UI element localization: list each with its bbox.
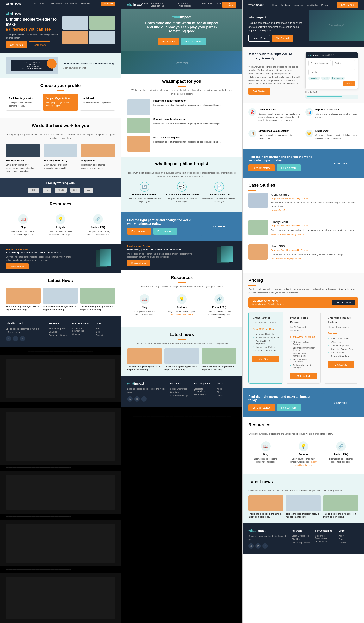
site2-nav-recipient[interactable]: For Recipient Organisations [151, 2, 175, 7]
site2-nav-home[interactable]: Home [142, 2, 148, 7]
footer-social: 𝕏 in f [6, 336, 45, 341]
site3-footer-link-contact[interactable]: Contact [339, 541, 358, 544]
site3-social-linkedin[interactable]: in [255, 543, 261, 549]
site3-cta-btn1[interactable]: Let's get started [248, 164, 275, 171]
footer-link-blog[interactable]: Blog [96, 331, 115, 333]
site3-social-twitter[interactable]: 𝕏 [248, 543, 254, 549]
gp-feature-3: Grant Making & Reporting [253, 340, 279, 345]
site2-footer-link-grantmakers[interactable]: Grantmakers [193, 393, 213, 396]
footer-link-se[interactable]: Social Enterprises [49, 327, 68, 330]
site3-footer-link-charities[interactable]: Charities [292, 538, 311, 540]
site2-footer-link-about[interactable]: About [217, 388, 236, 390]
site3-hero-btn1[interactable]: Learn More [248, 35, 270, 42]
footer-link-charities[interactable]: Charities [49, 331, 68, 333]
nav-link-about[interactable]: About [40, 2, 46, 5]
for-you-desc-1: Lorem ipsum dolor sit amet consectetur a… [153, 104, 220, 107]
mockup-input-location[interactable] [308, 69, 355, 75]
reporting-title: Reporting made easy [315, 108, 358, 111]
site2-social-twitter[interactable]: 𝕏 [127, 396, 133, 401]
footer-link-contact[interactable]: Contact [96, 334, 115, 336]
site2-nav: whatimpact Home For Recipient Organisati… [121, 0, 242, 9]
site1-nav-cta[interactable]: Get Started [101, 1, 115, 6]
site2-nav-contact[interactable]: Contact [215, 2, 222, 7]
footer-link-grantmakers[interactable]: Grantmakers [72, 333, 92, 335]
profile-card-recipient[interactable]: Recipient Organisation A company or orga… [6, 94, 41, 111]
site3-resources-title: Resources [248, 422, 358, 427]
site2-hero-btn2[interactable]: Find Out More [181, 38, 206, 45]
site2-footer-link-community[interactable]: Community Groups [170, 394, 190, 397]
site3-resources-divider [248, 430, 256, 430]
resources-title: Resources [6, 201, 115, 206]
social-twitter[interactable]: 𝕏 [6, 336, 11, 341]
grant-partner-btn[interactable]: Get Started [253, 356, 279, 362]
mockup-input-sector[interactable] [332, 60, 355, 66]
social-linkedin[interactable]: in [13, 336, 18, 341]
hard-work-features: The Right Match Lorem ipsum dolor sit am… [6, 144, 115, 173]
footer-link-about[interactable]: About [96, 327, 115, 330]
site1-hero-btn2[interactable]: Learn More [29, 42, 50, 48]
site2-nav-cta[interactable]: Get Started [222, 1, 236, 8]
site2-social-facebook[interactable]: f [141, 396, 147, 401]
site2-footer-link-blog[interactable]: Blog [217, 391, 236, 393]
nav-link-resources[interactable]: Resources [80, 2, 90, 5]
site3-nav-home[interactable]: Home [272, 4, 278, 6]
site2-footer-link-foundations[interactable]: Corporate Foundations [193, 388, 213, 392]
site1-hero-btn1[interactable]: Get Started [6, 42, 27, 48]
site2-footer-link-charities[interactable]: Charities [170, 391, 190, 393]
impact-partner-btn[interactable]: Get Started [290, 373, 317, 379]
cta-bottom-btn2[interactable]: Find out more [277, 404, 301, 411]
site2-nav-philanthropist[interactable]: For Impact Philanthropist [177, 2, 199, 7]
site3-hero-btn2[interactable]: Get Started [272, 35, 293, 42]
site3-nav-pricing[interactable]: Pricing [321, 4, 328, 6]
values-circle: ● [47, 59, 57, 68]
site1-resources: Resources 📖 Blog Lorem ipsum dolor sit a… [0, 197, 121, 244]
site3-news-title: Latest news [248, 479, 358, 484]
site2-footer-link-se[interactable]: Social Enterprises [170, 388, 190, 390]
site3-nav-solutions[interactable]: Solutions [281, 4, 290, 6]
site2-cta-btn1[interactable]: Find out more [127, 228, 151, 235]
footer-link-foundations[interactable]: Corporate Foundations [72, 327, 92, 332]
site3-nav-resources[interactable]: Resources [293, 4, 303, 6]
feature-right-match: 🎯 The right match Our smart algorithms a… [248, 108, 301, 122]
comms-icon: 💬 [177, 182, 187, 192]
for-you-title-2: Support through volunteering [153, 118, 220, 120]
site3-footer-link-community[interactable]: Community Groups [292, 541, 311, 544]
site2-hero-btn1[interactable]: Get Started [158, 38, 179, 45]
mockup-subtitle: My Mind 2022 [321, 54, 334, 56]
site3-footer-link-blog[interactable]: Blog [339, 538, 358, 540]
site3-footer-link-about[interactable]: About [339, 535, 358, 537]
cta-bottom-btn1[interactable]: Let's get started [248, 404, 275, 411]
site3-nav-cta[interactable]: Get Started [337, 1, 358, 8]
nav-link-recipients[interactable]: For Recipients [49, 2, 62, 5]
site2-hero-img-label: [hero image] [176, 61, 188, 64]
profile-card-support[interactable]: Support Organisation A company or organi… [43, 94, 78, 111]
site2-footer-link-contact[interactable]: Contact [217, 394, 236, 397]
site2-social-linkedin[interactable]: in [134, 396, 140, 401]
nav-link-home[interactable]: Home [32, 2, 37, 5]
site3-footer-link-se[interactable]: Social Enterprises [292, 535, 311, 537]
book-label: Enabling Impact Creation: [6, 248, 72, 251]
book-download-btn[interactable]: Download Now [6, 263, 29, 269]
site3-cta-bottom-text: Find the right partner and make an impac… [248, 395, 319, 411]
mockup-input-org[interactable] [308, 60, 331, 66]
social-facebook[interactable]: f [20, 336, 25, 341]
site2-nav-resources[interactable]: Resources [202, 2, 212, 7]
site3-cta-btn2[interactable]: Find out more [277, 164, 301, 171]
nav-link-funders[interactable]: For Funders [65, 2, 77, 5]
for-you-feature-1: Finding the right organisation Lorem ips… [127, 99, 236, 115]
site3-social-facebook[interactable]: f [262, 543, 268, 549]
site3-news-subtitle: Check out some of the latest news articl… [248, 489, 358, 493]
site2-logo-what: what [127, 3, 133, 6]
site2-cta-btn2[interactable]: Find out more [153, 228, 177, 235]
site2-book-btn[interactable]: Download Now [127, 260, 150, 266]
footer-link-community[interactable]: Community Groups [49, 334, 68, 336]
match-cta-btn[interactable]: Get Started [248, 88, 270, 95]
site3-footer-link-foundations[interactable]: Corporate Foundations [315, 535, 335, 539]
enterprise-btn[interactable]: Get Started [328, 361, 354, 368]
site3-nav-case-studies[interactable]: Case Studies [306, 4, 318, 6]
pricing-banner-btn[interactable]: FIND OUT MORE [332, 300, 355, 305]
mockup-search-btn[interactable]: Search [343, 81, 355, 86]
profile-card-individual[interactable]: Individual An individual looking to give… [80, 94, 115, 111]
black-bar-text-1: ━━━━━━━━━━━━━━━━━━━━━━━━━━━━━━━━━━━━━━━━… [6, 350, 115, 353]
site3-footer-link-grantmakers[interactable]: Grantmakers [315, 540, 335, 543]
